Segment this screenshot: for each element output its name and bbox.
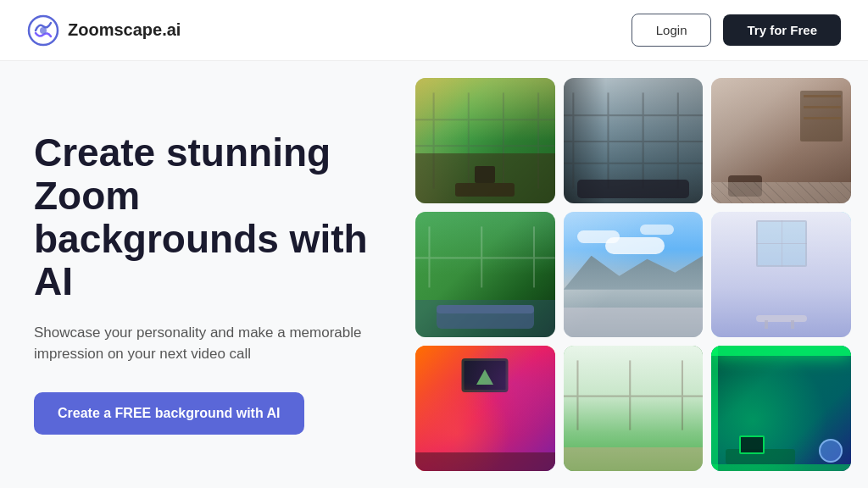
hero-subtitle: Showcase your personality and make a mem… (34, 322, 373, 365)
grid-item-8[interactable] (564, 346, 704, 471)
cta-button[interactable]: Create a FREE background with AI (34, 392, 304, 435)
svg-rect-6 (415, 119, 555, 120)
try-for-free-button[interactable]: Try for Free (723, 14, 841, 46)
header: Zoomscape.ai Login Try for Free (0, 0, 868, 61)
grid-item-6[interactable] (711, 212, 851, 337)
svg-point-1 (40, 27, 47, 34)
grid-item-1[interactable] (415, 78, 555, 203)
image-grid (407, 61, 868, 488)
grid-item-7[interactable] (415, 346, 555, 471)
logo-text: Zoomscape.ai (68, 20, 181, 40)
grid-item-9[interactable] (711, 346, 851, 471)
hero-title: Create stunning Zoom backgrounds with AI (34, 131, 373, 302)
header-actions: Login Try for Free (632, 14, 841, 47)
grid-item-4[interactable] (415, 212, 555, 337)
svg-rect-12 (564, 114, 704, 116)
grid-item-3[interactable] (711, 78, 851, 203)
svg-rect-18 (415, 257, 555, 258)
grid-item-5[interactable] (564, 212, 704, 337)
grid-item-2[interactable] (564, 78, 704, 203)
left-panel: Create stunning Zoom backgrounds with AI… (0, 61, 407, 488)
login-button[interactable]: Login (632, 14, 712, 47)
logo-area: Zoomscape.ai (27, 14, 181, 47)
svg-rect-3 (468, 92, 470, 188)
svg-rect-14 (564, 163, 704, 164)
svg-rect-5 (537, 92, 539, 188)
svg-rect-22 (564, 396, 704, 397)
main-content: Create stunning Zoom backgrounds with AI… (0, 61, 868, 488)
svg-rect-13 (564, 141, 704, 142)
svg-rect-7 (415, 145, 555, 147)
logo-icon (27, 14, 59, 47)
svg-rect-2 (433, 92, 435, 188)
svg-rect-4 (503, 92, 504, 188)
